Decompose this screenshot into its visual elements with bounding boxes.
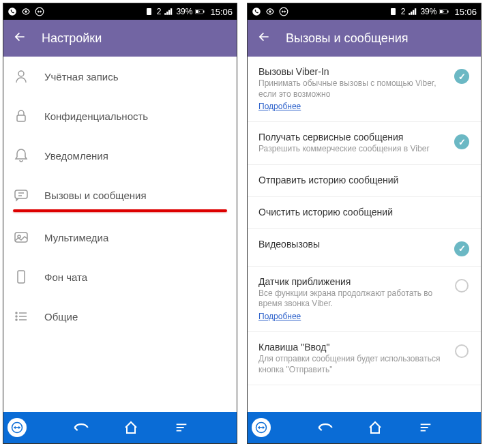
eye-icon — [21, 7, 31, 16]
setting-title: Датчик приближения — [258, 276, 445, 287]
battery-percent: 39% — [176, 7, 192, 16]
nav-recent-button[interactable] — [171, 417, 192, 438]
nav-bar — [3, 412, 237, 443]
svg-rect-22 — [447, 11, 449, 13]
menu-label: Учётная запись — [44, 71, 119, 83]
signal-icon — [408, 7, 417, 16]
svg-point-15 — [16, 319, 17, 320]
setting-desc: Разрешить коммерческие сообщения в Viber — [258, 144, 445, 155]
teamviewer-icon[interactable] — [252, 418, 271, 437]
teamviewer-icon[interactable] — [8, 418, 27, 437]
svg-point-7 — [18, 71, 24, 76]
clock: 15:06 — [210, 7, 233, 17]
battery-icon — [439, 7, 449, 16]
user-icon — [13, 68, 29, 85]
signal-icon — [164, 7, 173, 16]
svg-point-14 — [16, 316, 17, 317]
page-title: Настройки — [42, 31, 102, 46]
menu-item-multimedia[interactable]: Мультимедиа — [3, 218, 237, 257]
setting-service-messages[interactable]: Получать сервисные сообщения Разрешить к… — [248, 122, 481, 165]
lock-icon — [13, 108, 29, 124]
sim-icon — [389, 7, 398, 16]
nav-home-button[interactable] — [121, 417, 141, 438]
setting-send-history[interactable]: Отправить историю сообщений — [248, 165, 481, 197]
menu-item-general[interactable]: Общие — [3, 297, 237, 336]
setting-viber-in[interactable]: Вызовы Viber-In Принимать обычные вызовы… — [248, 57, 481, 122]
teamviewer-status-icon — [279, 7, 288, 16]
radio-unchecked[interactable] — [455, 344, 469, 358]
sim-number: 2 — [157, 7, 162, 16]
phone-right: 2 39% 15:06 Вызовы и сообщения Вызовы Vi… — [247, 3, 481, 444]
status-bar: 2 39% 15:06 — [248, 3, 481, 20]
nav-recent-button[interactable] — [415, 417, 436, 438]
setting-proximity[interactable]: Датчик приближения Все функции экрана пр… — [248, 267, 481, 332]
settings-list: Учётная запись Конфиденциальность Уведом… — [3, 57, 237, 412]
nav-bar — [248, 412, 481, 443]
svg-point-0 — [8, 8, 16, 16]
svg-rect-20 — [391, 8, 396, 15]
menu-label: Уведомления — [44, 150, 108, 162]
checkbox-checked[interactable] — [454, 69, 469, 84]
svg-rect-12 — [18, 271, 25, 283]
svg-rect-9 — [15, 190, 27, 198]
setting-video-calls[interactable]: Видеовызовы — [248, 229, 481, 267]
svg-rect-6 — [196, 10, 198, 13]
svg-point-13 — [16, 312, 17, 314]
checkbox-checked[interactable] — [454, 241, 469, 256]
menu-item-account[interactable]: Учётная запись — [3, 57, 237, 96]
setting-desc: Для отправки сообщения будет использоват… — [258, 354, 445, 375]
chat-icon — [13, 187, 29, 203]
svg-point-17 — [252, 8, 261, 16]
radio-unchecked[interactable] — [455, 279, 469, 293]
menu-label: Общие — [44, 311, 78, 323]
sim-number: 2 — [401, 7, 406, 16]
setting-clear-history[interactable]: Очистить историю сообщений — [248, 197, 481, 229]
highlight-underline — [13, 209, 227, 212]
nav-back-button[interactable] — [314, 417, 335, 438]
setting-title: Отправить историю сообщений — [258, 175, 470, 185]
more-link[interactable]: Подробнее — [258, 312, 301, 321]
nav-home-button[interactable] — [365, 417, 385, 438]
phone-left: 2 39% 15:06 Настройки Учётная запись Кон… — [3, 3, 237, 444]
setting-desc: Принимать обычные вызовы с помощью Viber… — [258, 78, 445, 100]
setting-title: Видеовызовы — [258, 239, 445, 250]
eye-icon — [265, 7, 275, 16]
viber-icon — [8, 7, 17, 16]
viber-icon — [252, 7, 261, 16]
back-button[interactable] — [257, 30, 271, 46]
bell-icon — [13, 147, 29, 164]
more-link[interactable]: Подробнее — [258, 102, 301, 111]
menu-label: Фон чата — [44, 271, 87, 283]
clock: 15:06 — [454, 7, 477, 17]
sim-icon — [145, 7, 154, 16]
setting-title: Получать сервисные сообщения — [258, 132, 445, 143]
page-title: Вызовы и сообщения — [286, 31, 408, 46]
header: Вызовы и сообщения — [248, 20, 481, 57]
menu-item-notifications[interactable]: Уведомления — [3, 136, 237, 175]
setting-title: Очистить историю сообщений — [258, 207, 470, 218]
setting-desc: Все функции экрана продолжают работать в… — [258, 288, 445, 310]
nav-back-button[interactable] — [70, 417, 91, 438]
svg-point-18 — [269, 10, 271, 13]
back-button[interactable] — [13, 30, 27, 46]
checkbox-checked[interactable] — [454, 134, 469, 149]
phone-bg-icon — [13, 269, 29, 285]
svg-rect-8 — [17, 115, 25, 121]
header: Настройки — [3, 20, 237, 57]
status-bar: 2 39% 15:06 — [3, 3, 237, 20]
menu-label: Мультимедиа — [44, 232, 108, 243]
menu-label: Конфиденциальность — [44, 110, 148, 122]
menu-item-chat-background[interactable]: Фон чата — [3, 257, 237, 297]
svg-rect-5 — [203, 11, 205, 13]
svg-rect-3 — [147, 8, 151, 15]
menu-label: Вызовы и сообщения — [44, 190, 147, 201]
svg-point-1 — [25, 10, 27, 13]
teamviewer-status-icon — [35, 7, 44, 16]
list-icon — [13, 308, 29, 325]
battery-percent: 39% — [420, 7, 436, 16]
setting-title: Клавиша "Ввод" — [258, 342, 445, 353]
setting-enter-key[interactable]: Клавиша "Ввод" Для отправки сообщения бу… — [248, 332, 481, 385]
setting-title: Вызовы Viber-In — [258, 66, 445, 77]
settings-detail-list: Вызовы Viber-In Принимать обычные вызовы… — [248, 57, 481, 412]
menu-item-privacy[interactable]: Конфиденциальность — [3, 96, 237, 136]
